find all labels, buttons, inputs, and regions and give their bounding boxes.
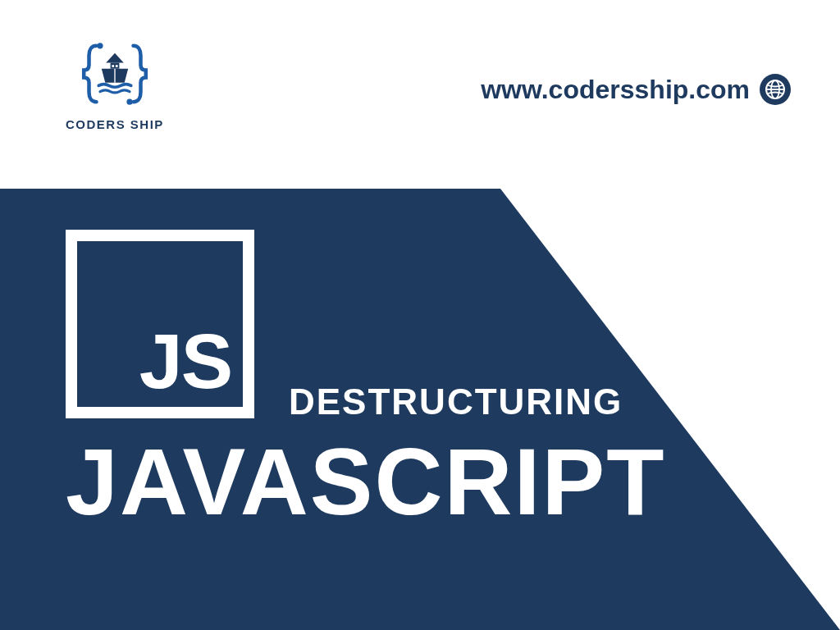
main-title: JAVASCRIPT: [66, 435, 840, 529]
ship-brackets-icon: [78, 37, 152, 111]
globe-icon: [760, 74, 791, 105]
brand-name: CODERS SHIP: [66, 117, 164, 131]
js-badge: JS: [66, 230, 254, 418]
svg-rect-3: [112, 65, 114, 67]
website-url-container: www.codersship.com: [481, 74, 791, 105]
svg-rect-2: [111, 63, 120, 69]
subtitle: DESTRUCTURING: [289, 381, 623, 422]
svg-rect-4: [116, 65, 118, 67]
banner-content: JS DESTRUCTURING JAVASCRIPT: [0, 189, 840, 630]
main-banner: JS DESTRUCTURING JAVASCRIPT: [0, 189, 840, 630]
svg-point-0: [97, 43, 103, 48]
website-url: www.codersship.com: [481, 75, 750, 105]
js-badge-text: JS: [139, 322, 231, 400]
brand-logo: CODERS SHIP: [66, 37, 164, 131]
svg-point-1: [126, 99, 132, 105]
header: CODERS SHIP www.codersship.com: [0, 0, 840, 189]
